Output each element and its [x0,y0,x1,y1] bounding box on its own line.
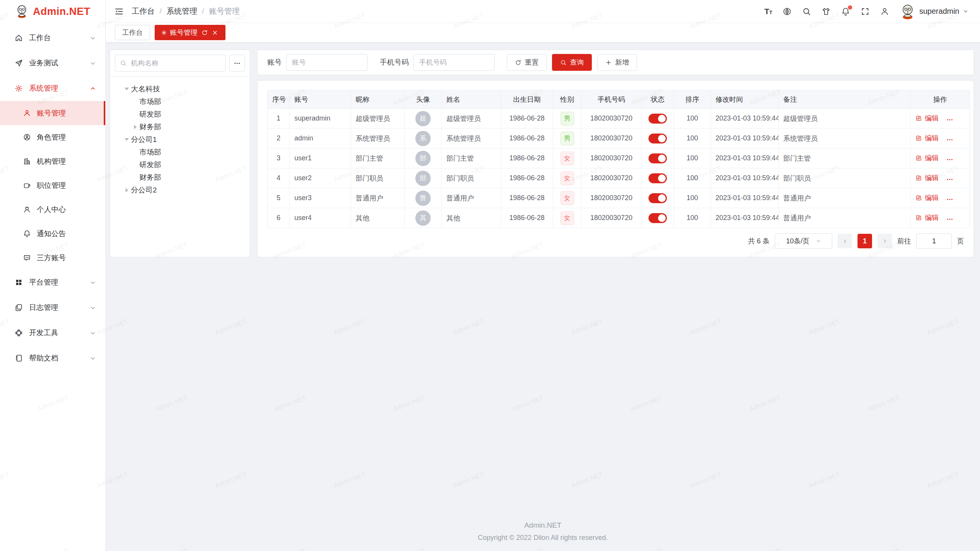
sidebar-subitem-role[interactable]: 角色管理 [0,125,105,149]
page-jump-input[interactable] [916,233,952,249]
tree-node[interactable]: 大名科技 [114,83,246,95]
tree-node[interactable]: 财务部 [114,171,246,184]
sidebar-item-send[interactable]: 业务测试 [0,51,105,76]
sidebar-item-home[interactable]: 工作台 [0,25,105,51]
page-number-1[interactable]: 1 [858,234,872,248]
tab-0[interactable]: 工作台 [115,25,150,40]
cell-index: 4 [268,168,290,188]
cell-birth: 1986-06-28 [501,168,553,188]
page-size-select[interactable]: 10条/页 [775,233,832,249]
tab-label: 工作台 [122,28,143,37]
close-icon[interactable] [212,29,218,36]
tree-more-button[interactable] [229,55,245,72]
tree-node[interactable]: 研发部 [114,108,246,121]
reset-button[interactable]: 重置 [507,54,547,71]
sidebar-item-logs[interactable]: 日志管理 [0,295,105,320]
tree-node[interactable]: 研发部 [114,158,246,171]
status-toggle[interactable] [648,134,667,143]
search-icon[interactable] [802,7,811,16]
edit-button[interactable]: 编辑 [915,213,939,222]
edit-button[interactable]: 编辑 [915,173,939,183]
status-toggle[interactable] [648,213,667,223]
tree-node-label: 研发部 [139,160,161,170]
org-search-input[interactable] [115,55,225,72]
tree-node[interactable]: 市场部 [114,95,246,108]
edit-button[interactable]: 编辑 [915,193,939,202]
sidebar-subitem-user[interactable]: 账号管理 [0,101,105,125]
tab-active[interactable]: 账号管理 [155,25,225,40]
bell-icon[interactable] [841,7,850,16]
font-size-icon[interactable]: TT [764,7,773,15]
sidebar-subitem-chat[interactable]: 三方账号 [0,246,105,270]
fullscreen-icon[interactable] [861,7,870,16]
add-button[interactable]: 新增 [597,54,637,71]
table-row: 3user1部门主管部部门主管1986-06-28女18020030720100… [268,148,970,168]
user-menu[interactable]: superadmin [900,3,969,20]
phone-input[interactable] [413,54,495,71]
sidebar-subitem-org[interactable]: 机构管理 [0,149,105,173]
edit-button[interactable]: 编辑 [915,153,939,163]
row-more-button[interactable] [946,216,955,223]
sidebar-subitem-position[interactable]: 职位管理 [0,173,105,197]
breadcrumb-separator: / [202,7,204,15]
person-icon[interactable] [880,7,889,16]
tree-node[interactable]: 分公司2 [114,184,246,196]
logs-icon [15,303,23,312]
chevron-down-icon [90,305,96,311]
tree-caret-icon[interactable] [122,135,131,144]
status-toggle[interactable] [648,173,667,183]
sidebar-subitem-bell[interactable]: 通知公告 [0,222,105,246]
edit-button[interactable]: 编辑 [915,114,939,123]
language-icon[interactable] [782,7,792,16]
cell-ops: 编辑 [911,188,970,208]
sidebar-item-book[interactable]: 帮助文档 [0,346,105,371]
accounts-table-panel: 序号账号昵称头像姓名出生日期性别手机号码状态排序修改时间备注操作 1supera… [257,80,974,257]
search-icon [120,60,127,67]
chevron-down-icon [90,355,96,362]
row-more-button[interactable] [946,136,955,143]
logo[interactable]: Admin.NET [0,0,105,23]
row-more-button[interactable] [946,156,955,163]
tree-node[interactable]: 分公司1 [114,133,246,146]
status-toggle[interactable] [648,153,667,163]
row-more-button[interactable] [946,116,955,123]
theme-shirt-icon[interactable] [822,7,831,16]
cell-ops: 编辑 [911,148,970,168]
tree-caret-icon[interactable] [131,123,139,131]
next-page-button[interactable] [877,234,892,248]
org-name-field[interactable] [130,59,220,68]
refresh-icon[interactable] [201,29,208,36]
cell-birth: 1986-06-28 [501,129,553,148]
cell-name: 部门主管 [442,148,501,168]
row-more-button[interactable] [946,196,955,203]
sidebar-fold-icon[interactable] [114,7,124,16]
tree-node[interactable]: 财务部 [114,121,246,133]
cell-account: admin [290,129,351,148]
tree-node[interactable]: 市场部 [114,146,246,158]
gender-badge: 女 [560,171,574,185]
tree-caret-icon[interactable] [122,186,131,194]
grid-icon [15,278,23,287]
sidebar-item-gear[interactable]: 系统管理 [0,76,105,101]
account-input[interactable] [286,54,368,71]
query-button[interactable]: 查询 [552,54,592,71]
status-toggle[interactable] [648,114,667,124]
prev-page-button[interactable] [838,234,852,248]
sidebar-subitem-profile[interactable]: 个人中心 [0,197,105,222]
main-area: 工作台/系统管理/账号管理 TT [106,0,980,551]
breadcrumb-item[interactable]: 工作台 [132,6,155,16]
cell-avatar: 超 [405,109,442,129]
breadcrumb-separator: / [160,7,162,15]
cell-name: 普通用户 [442,188,501,208]
edit-label: 编辑 [925,173,939,183]
edit-button[interactable]: 编辑 [915,134,939,143]
row-more-button[interactable] [946,176,955,183]
sidebar-item-chip[interactable]: 开发工具 [0,320,105,346]
table-row: 1superadmin超级管理员超超级管理员1986-06-28男1802003… [268,109,970,129]
tree-caret-icon[interactable] [122,85,131,93]
sidebar-item-grid[interactable]: 平台管理 [0,270,105,295]
chevron-down-icon [90,279,96,286]
breadcrumb-item[interactable]: 系统管理 [167,6,197,16]
cell-phone: 18020030720 [581,188,642,208]
status-toggle[interactable] [648,193,667,203]
